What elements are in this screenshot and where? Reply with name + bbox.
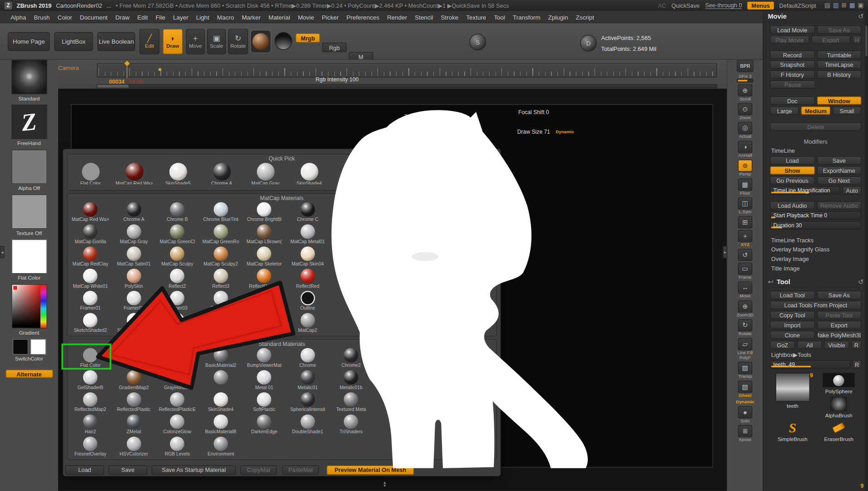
strip-l-sym[interactable]: ◫L.Sym bbox=[738, 197, 753, 215]
panel-item-overlay-image[interactable]: Overlay Image bbox=[770, 255, 861, 263]
button-copymat[interactable]: CopyMat bbox=[240, 465, 277, 475]
material-environment[interactable]: Environment bbox=[199, 436, 243, 458]
color-picker[interactable] bbox=[11, 284, 47, 329]
collapse-left-tray-icon[interactable]: ◂ bbox=[0, 246, 5, 258]
button-remove-audio[interactable]: Remove Audio bbox=[817, 201, 861, 209]
panel-item-modifiers[interactable]: Modifiers bbox=[770, 137, 861, 145]
button-save-as-startup-material[interactable]: Save As Startup Material bbox=[152, 465, 236, 475]
button-delete[interactable]: Delete bbox=[770, 122, 861, 130]
button-save-as[interactable]: Save As bbox=[817, 291, 861, 299]
button-r[interactable]: R bbox=[851, 341, 861, 349]
button-small[interactable]: Small bbox=[833, 106, 862, 115]
menu-stencil[interactable]: Stencil bbox=[411, 14, 437, 20]
strip-xpose[interactable]: ≣Xpose bbox=[738, 425, 753, 442]
material-chrome-b[interactable]: Chrome B bbox=[155, 202, 199, 224]
switch-color[interactable] bbox=[12, 339, 45, 355]
timeline-keyframe-dot[interactable] bbox=[159, 68, 161, 71]
panel-item-timeline-tracks[interactable]: TimeLine Tracks bbox=[770, 236, 861, 244]
movie-palette-header[interactable]: Movie ↺ bbox=[764, 11, 868, 22]
material-matcap-gray[interactable]: MatCap Gray bbox=[243, 162, 287, 185]
mrgb-button[interactable]: Mrgb bbox=[296, 33, 320, 43]
current-material-slot[interactable] bbox=[250, 30, 271, 53]
material-hair2[interactable]: Hair2 bbox=[69, 414, 112, 436]
secondary-color-swatch[interactable] bbox=[30, 339, 45, 355]
button-go-previous[interactable]: Go Previous bbox=[770, 176, 814, 185]
material-matcap-skeletor[interactable]: MatCap Skeletor bbox=[243, 246, 286, 268]
alpha-thumbnail[interactable] bbox=[11, 150, 47, 184]
button-go-next[interactable]: Go Next bbox=[817, 176, 861, 185]
button-copy-tool[interactable]: Copy Tool bbox=[770, 311, 814, 319]
strip-persp[interactable]: ⊛Persp bbox=[738, 160, 753, 177]
panel-scrollbar[interactable] bbox=[865, 11, 868, 491]
home-page-button[interactable]: Home Page bbox=[8, 32, 50, 51]
button-large[interactable]: Large bbox=[770, 106, 799, 115]
timeline-scrollbar[interactable] bbox=[97, 84, 717, 88]
button-auto[interactable]: Auto bbox=[843, 186, 861, 195]
strip-icon[interactable]: ⊞ bbox=[738, 216, 753, 228]
menu-picker[interactable]: Picker bbox=[318, 14, 342, 20]
rgb-intensity-slider[interactable]: Rgb Intensity 100 bbox=[296, 75, 379, 84]
titlebar-icon[interactable]: ▦ bbox=[849, 2, 855, 9]
menu-movie[interactable]: Movie bbox=[294, 14, 318, 20]
strip-actual[interactable]: ◎Actual bbox=[738, 122, 753, 139]
button-pause[interactable]: Pause bbox=[770, 80, 815, 89]
saturation-field[interactable] bbox=[12, 285, 40, 328]
button-f-history[interactable]: F History bbox=[770, 70, 814, 79]
texture-thumbnail[interactable] bbox=[11, 195, 47, 229]
menu-texture[interactable]: Texture bbox=[462, 14, 490, 20]
button-load-tool[interactable]: Load Tool bbox=[770, 291, 814, 299]
button-exportname[interactable]: ExportName bbox=[817, 166, 861, 175]
menu-color[interactable]: Color bbox=[54, 14, 76, 20]
strip-dynamic[interactable]: Dynamic bbox=[736, 400, 754, 405]
menu-file[interactable]: File bbox=[152, 14, 169, 20]
button-load-tools-from-project[interactable]: Load Tools From Project bbox=[770, 301, 861, 309]
menu-document[interactable]: Document bbox=[76, 14, 111, 20]
restore-tool-palette-icon[interactable]: ↺ bbox=[858, 278, 863, 286]
strip-aahalf[interactable]: ◑AAHalf bbox=[738, 141, 753, 158]
rotate-button[interactable]: ↻ Rotate bbox=[228, 29, 248, 54]
button-window[interactable]: Window bbox=[817, 96, 861, 105]
button-load[interactable]: Load bbox=[65, 465, 104, 475]
strip-solo[interactable]: ●Solo bbox=[738, 406, 753, 423]
button-save-as[interactable]: Save As bbox=[817, 25, 861, 34]
popup-scroll-arrows[interactable]: ▴ ▾ bbox=[384, 481, 386, 488]
rgb-button[interactable]: Rgb bbox=[322, 43, 347, 52]
see-through-slider[interactable]: See-through 0 bbox=[705, 2, 742, 9]
camera-label[interactable]: Camera bbox=[58, 64, 79, 71]
button-timelapse[interactable]: TimeLapse bbox=[817, 60, 861, 69]
strip-xyz[interactable]: +XYZ bbox=[738, 230, 753, 247]
material-matcap-greenro[interactable]: MatCap GreenRo bbox=[199, 224, 243, 246]
strip-floor[interactable]: ▦Floor bbox=[738, 178, 753, 195]
strip-transp[interactable]: ▨Transp bbox=[738, 362, 753, 379]
material-matcap-sculpy[interactable]: MatCap Sculpy bbox=[155, 246, 199, 268]
spix-slider[interactable] bbox=[737, 79, 754, 83]
model-silhouette[interactable] bbox=[321, 105, 598, 471]
slider-start-playback-time-0[interactable]: Start Playback Time 0 bbox=[770, 211, 861, 219]
draw-button[interactable]: ◗ Draw bbox=[163, 29, 183, 54]
button-visible[interactable]: Visible bbox=[824, 341, 849, 349]
menu-layer[interactable]: Layer bbox=[169, 14, 193, 20]
button-pastemat[interactable]: PasteMat bbox=[283, 465, 319, 475]
button-h[interactable]: H bbox=[853, 35, 862, 44]
slider-teeth-49[interactable]: teeth. 49 bbox=[770, 360, 850, 368]
strip-rotate[interactable]: ↻Rotate bbox=[738, 319, 753, 336]
current-brush-thumbnail[interactable] bbox=[11, 60, 47, 95]
material-hsvcolorizer[interactable]: HSVColorizer bbox=[112, 436, 156, 458]
material-matcap-greencl[interactable]: MatCap GreenCl bbox=[155, 224, 199, 246]
menu-draw[interactable]: Draw bbox=[111, 14, 133, 20]
current-color-swatch[interactable] bbox=[11, 240, 47, 274]
button-export[interactable]: Export bbox=[817, 321, 861, 329]
strip-frame[interactable]: ▭Frame bbox=[738, 263, 753, 280]
material-matcap-redclay[interactable]: MatCap RedClay bbox=[69, 246, 112, 268]
strip-zoom[interactable]: ⊙Zoom bbox=[738, 103, 753, 120]
material-matcap-gorilla[interactable]: MatCap Gorilla bbox=[69, 224, 112, 246]
lightbox-button[interactable]: LightBox bbox=[54, 32, 93, 51]
thumb-alphabrush[interactable]: AlphaBrush bbox=[817, 397, 860, 419]
button-turntable[interactable]: Turntable bbox=[817, 50, 861, 59]
menu-zscript[interactable]: Zscript bbox=[572, 14, 598, 20]
sculptris-mode-icon[interactable]: S bbox=[470, 34, 486, 50]
material-matcap-red-wa[interactable]: MatCap Red Wa> bbox=[112, 162, 156, 185]
button-goz[interactable]: GoZ bbox=[770, 341, 795, 349]
move-button[interactable]: + Move bbox=[186, 29, 205, 54]
material-darkenedge[interactable]: DarkenEdge bbox=[243, 414, 286, 436]
